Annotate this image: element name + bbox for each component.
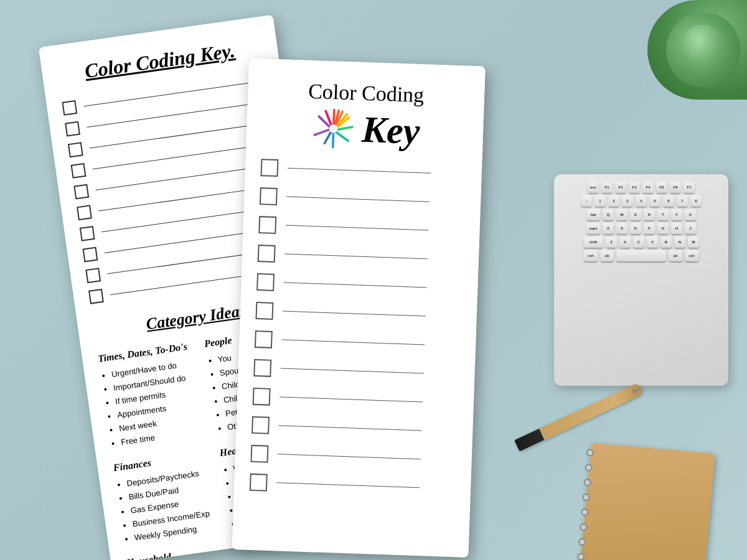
checkbox-square (68, 142, 83, 157)
notebook (580, 443, 715, 560)
front-line-group (276, 483, 455, 490)
pen (514, 382, 644, 451)
front-checkbox-item (251, 416, 458, 441)
svg-line-8 (314, 129, 329, 136)
front-checkbox-square (250, 474, 268, 492)
front-line (279, 426, 421, 431)
front-line (276, 483, 419, 488)
svg-line-1 (334, 110, 334, 124)
front-checkbox-item (258, 216, 464, 240)
keyboard: esc F1 F2 F3 F4 F5 F6 F7 ~ 1 2 3 4 5 6 7… (554, 174, 728, 386)
front-line-group (288, 168, 466, 175)
category-heading-household: Household (126, 544, 224, 560)
front-line (286, 197, 429, 202)
front-line (284, 282, 426, 288)
desktop: esc F1 F2 F3 F4 F5 F6 F7 ~ 1 2 3 4 5 6 7… (0, 0, 747, 560)
front-checkbox-item (253, 388, 459, 412)
front-checkbox-item (255, 302, 461, 326)
checkbox-square (65, 121, 80, 137)
front-line-group (280, 397, 458, 404)
category-list-finances: Deposits/Paychecks Bills Due/Paid Gas Ex… (115, 465, 221, 546)
front-checkbox-square (261, 159, 279, 177)
front-line (278, 454, 420, 460)
front-checkbox-item (261, 159, 467, 183)
front-line-group (284, 254, 463, 261)
front-checkbox-item (258, 245, 464, 269)
checkbox-square (77, 205, 92, 220)
front-checkbox-square (253, 388, 271, 406)
front-checkbox-item (250, 445, 456, 469)
front-checkbox-square (253, 359, 271, 377)
front-checkbox-item (255, 330, 461, 355)
category-list-times: Urgent/Have to do Important/Should do If… (100, 356, 208, 451)
checkbox-square (71, 163, 87, 179)
svg-line-6 (333, 132, 334, 147)
front-checkbox-square (250, 445, 268, 463)
front-checkbox-square (256, 273, 275, 291)
front-checkbox-square (260, 187, 278, 205)
front-line (283, 311, 425, 317)
checkbox-square (85, 268, 101, 283)
front-line-group (286, 225, 464, 232)
front-line (284, 254, 427, 259)
card-front-title-line2: Key (361, 111, 420, 150)
front-checkbox-square (258, 245, 276, 263)
front-checkbox-item (250, 474, 456, 498)
front-line-group (278, 454, 456, 461)
front-line (280, 397, 422, 403)
checkbox-square (83, 247, 98, 263)
front-line-group (286, 197, 465, 203)
svg-line-7 (324, 131, 331, 143)
front-line-group (283, 311, 461, 318)
front-checkbox-square (255, 302, 273, 320)
front-line-group (281, 340, 460, 347)
front-line (281, 340, 424, 345)
front-checkbox-square (258, 216, 276, 234)
checkbox-square (62, 100, 77, 116)
front-line (286, 225, 428, 231)
front-line-group (281, 368, 459, 375)
front-checkbox-square (255, 330, 273, 348)
front-line (288, 168, 430, 174)
checkbox-square (80, 226, 95, 241)
succulent-plant (647, 0, 747, 100)
front-line (281, 368, 423, 374)
svg-point-14 (331, 126, 336, 131)
front-checkbox-item (260, 187, 466, 212)
color-wheel-icon (309, 105, 358, 153)
front-checkbox-item (256, 273, 463, 297)
front-checkbox-list (250, 159, 466, 498)
checkbox-square (88, 289, 104, 304)
card-front: Color Coding (232, 58, 486, 558)
front-checkbox-item (253, 359, 459, 383)
checkbox-square (73, 184, 89, 200)
svg-line-5 (336, 132, 349, 141)
front-line-group (284, 282, 463, 289)
front-checkbox-square (251, 416, 270, 434)
front-line-group (279, 426, 458, 432)
